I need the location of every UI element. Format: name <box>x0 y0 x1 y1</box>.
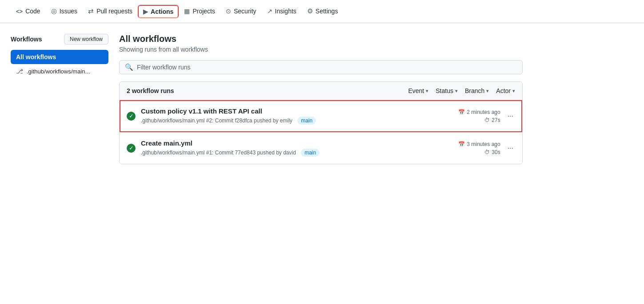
sidebar-item-all-workflows[interactable]: All workflows <box>11 50 108 64</box>
nav-label-security: Security <box>234 8 256 15</box>
run-status-success-1: ✓ <box>127 112 136 121</box>
runs-filters: Event ▾ Status ▾ Branch ▾ Actor ▾ <box>408 87 515 94</box>
run-time-ago-1: 📅 2 minutes ago <box>458 109 500 115</box>
status-filter-label: Status <box>436 87 453 94</box>
settings-icon <box>307 7 313 15</box>
run-meta-1: .github/workflows/main.yml #2: Commit f2… <box>141 117 442 125</box>
status-filter-chevron: ▾ <box>455 88 458 94</box>
page-title: All workflows <box>119 34 523 44</box>
new-workflow-button[interactable]: New workflow <box>64 34 108 45</box>
event-filter-chevron: ▾ <box>426 88 428 94</box>
workflow-icon: ⎇ <box>16 68 23 75</box>
sidebar-title: Workflows <box>11 36 42 43</box>
branch-badge-1[interactable]: main <box>297 117 316 125</box>
sidebar: Workflows New workflow All workflows ⎇ .… <box>11 34 108 164</box>
run-time-ago-2: 📅 3 minutes ago <box>458 141 500 147</box>
main-container: Workflows New workflow All workflows ⎇ .… <box>0 23 533 175</box>
all-workflows-label: All workflows <box>16 53 56 61</box>
status-filter-button[interactable]: Status ▾ <box>436 87 458 94</box>
top-navigation: Code Issues Pull requests Actions Projec… <box>0 0 644 23</box>
actor-filter-label: Actor <box>496 87 511 94</box>
branch-badge-2[interactable]: main <box>301 149 320 157</box>
run-row-2[interactable]: ✓ Create main.yml .github/workflows/main… <box>120 132 522 164</box>
clock-icon-2: ⏱ <box>484 149 490 155</box>
more-options-button-1[interactable]: ··· <box>506 110 515 122</box>
calendar-icon-2: 📅 <box>458 141 465 147</box>
nav-item-settings[interactable]: Settings <box>302 0 344 23</box>
run-info-1: Custom policy v1.1 with REST API call .g… <box>141 107 442 125</box>
event-filter-button[interactable]: Event ▾ <box>408 87 428 94</box>
filter-bar[interactable]: 🔍 <box>119 60 523 74</box>
nav-item-actions[interactable]: Actions <box>138 5 179 18</box>
run-duration-1: ⏱ 27s <box>484 117 500 123</box>
nav-label-code: Code <box>25 8 40 15</box>
event-filter-label: Event <box>408 87 424 94</box>
run-time-1: 📅 2 minutes ago ⏱ 27s <box>447 109 500 123</box>
run-row-1[interactable]: ✓ Custom policy v1.1 with REST API call … <box>120 100 522 132</box>
projects-icon <box>184 7 190 15</box>
clock-icon-1: ⏱ <box>484 117 490 123</box>
pr-icon <box>88 7 94 15</box>
branch-filter-label: Branch <box>465 87 484 94</box>
nav-item-issues[interactable]: Issues <box>46 0 83 23</box>
more-options-button-2[interactable]: ··· <box>506 142 515 154</box>
actor-filter-chevron: ▾ <box>512 88 515 94</box>
nav-label-pull-requests: Pull requests <box>96 8 132 15</box>
filter-input[interactable] <box>137 64 517 71</box>
run-title-1: Custom policy v1.1 with REST API call <box>141 107 442 115</box>
actions-icon <box>143 8 148 16</box>
sidebar-header: Workflows New workflow <box>11 34 108 45</box>
nav-item-insights[interactable]: Insights <box>262 0 302 23</box>
nav-item-security[interactable]: Security <box>220 0 262 23</box>
nav-label-insights: Insights <box>275 8 296 15</box>
content-area: All workflows Showing runs from all work… <box>119 34 523 164</box>
nav-item-code[interactable]: Code <box>11 0 46 23</box>
runs-table-header: 2 workflow runs Event ▾ Status ▾ Branch … <box>120 82 522 100</box>
workflow-file-label: .github/workflows/main... <box>27 68 90 75</box>
run-meta-2: .github/workflows/main.yml #1: Commit 77… <box>141 149 442 157</box>
nav-label-settings: Settings <box>316 8 338 15</box>
calendar-icon-1: 📅 <box>458 109 465 115</box>
security-icon <box>226 7 231 15</box>
nav-item-projects[interactable]: Projects <box>179 0 220 23</box>
branch-filter-button[interactable]: Branch ▾ <box>465 87 489 94</box>
actor-filter-button[interactable]: Actor ▾ <box>496 87 515 94</box>
insights-icon <box>267 7 272 15</box>
code-icon <box>16 7 23 15</box>
nav-item-pull-requests[interactable]: Pull requests <box>83 0 138 23</box>
run-time-2: 📅 3 minutes ago ⏱ 30s <box>447 141 500 155</box>
run-duration-2: ⏱ 30s <box>484 149 500 155</box>
page-subtitle: Showing runs from all workflows <box>119 46 523 53</box>
run-info-2: Create main.yml .github/workflows/main.y… <box>141 139 442 157</box>
sidebar-item-main-workflow[interactable]: ⎇ .github/workflows/main... <box>11 65 108 77</box>
branch-filter-chevron: ▾ <box>486 88 489 94</box>
runs-count: 2 workflow runs <box>127 87 408 94</box>
nav-label-projects: Projects <box>192 8 215 15</box>
issues-icon <box>51 7 57 15</box>
workflow-runs-table: 2 workflow runs Event ▾ Status ▾ Branch … <box>119 81 523 164</box>
search-icon: 🔍 <box>125 63 133 71</box>
nav-label-actions: Actions <box>151 8 173 15</box>
nav-label-issues: Issues <box>60 8 77 15</box>
run-status-success-2: ✓ <box>127 144 136 153</box>
run-title-2: Create main.yml <box>141 139 442 147</box>
